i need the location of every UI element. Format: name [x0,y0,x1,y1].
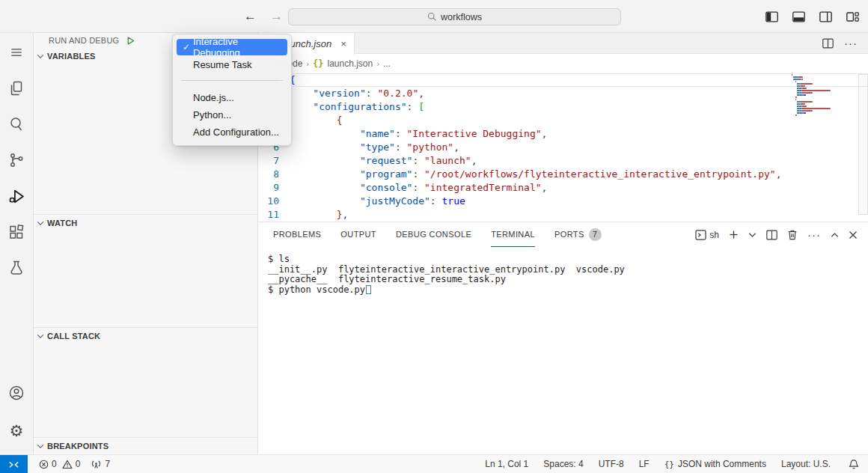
sidebar-section-breakpoints: BREAKPOINTS [34,437,257,454]
status-item-json-with-comments[interactable]: {}JSON with Comments [660,456,771,472]
editor-scrollbar[interactable] [858,74,868,215]
nav-back-icon[interactable]: ← [244,9,257,24]
start-debugging-icon[interactable] [125,35,135,46]
minimap-line [792,112,858,114]
panel-tab-problems[interactable]: PROBLEMS [273,222,321,247]
ports-badge: 7 [589,228,602,241]
status-item-spaces-4[interactable]: Spaces: 4 [539,456,587,472]
panel-tab-debug-console[interactable]: DEBUG CONSOLE [396,222,471,247]
ports-status[interactable]: 7 [87,456,114,472]
panel-more-actions-icon[interactable]: ··· [807,228,821,241]
line-number: 9 [258,181,290,195]
status-item-utf-8[interactable]: UTF-8 [594,456,629,472]
run-and-debug-icon[interactable] [4,183,29,210]
code-line-2[interactable]: 2 "version": "0.2.0", [258,87,868,100]
problems-status[interactable]: 0 0 [35,456,84,472]
menu-item-interactive-debugging[interactable]: ✓Interactive Debugging [177,39,287,55]
code-line-9[interactable]: 9 "console": "integratedTerminal", [258,181,868,195]
code-text: "type": "python", [290,141,459,154]
customize-layout-icon[interactable] [844,8,861,25]
toggle-primary-sidebar-icon[interactable] [763,8,780,25]
line-number: 8 [258,168,290,181]
code-line-3[interactable]: 3 "configurations": [ [258,100,868,114]
section-header-breakpoints[interactable]: BREAKPOINTS [34,438,257,454]
code-line-7[interactable]: 7 "request": "launch", [258,154,868,168]
account-icon[interactable] [4,379,29,406]
menu-item-node-js[interactable]: ✓Node.js... [177,89,287,106]
editor-more-actions-icon[interactable]: ··· [844,37,858,49]
code-line-8[interactable]: 8 "program": "/root/workflows/flyteinter… [258,168,868,181]
code-line-11[interactable]: 11 }, [258,208,868,222]
status-item-label: UTF-8 [599,459,624,469]
chevron-down-icon [37,444,44,449]
panel-tab-output[interactable]: OUTPUT [340,222,376,247]
code-line-5[interactable]: 5 "name": "Interactive Debugging", [258,127,868,141]
error-count: 0 [52,459,57,469]
menu-item-label: Node.js... [193,92,234,103]
sidebar-section-watch: WATCH [34,214,257,327]
code-line-4[interactable]: 4 { [258,114,868,127]
minimap-line [792,81,858,82]
panel-tab-terminal[interactable]: TERMINAL [491,222,535,247]
editor-group: {} launch.json × ··· .vscode›{}launch.js… [258,33,868,454]
tab-close-icon[interactable]: × [340,38,346,49]
status-item-lf[interactable]: LF [635,456,654,472]
new-terminal-icon[interactable] [729,230,739,239]
panel-tab-label: OUTPUT [340,230,376,239]
section-label: BREAKPOINTS [47,442,109,451]
source-control-icon[interactable] [4,147,29,174]
code-line-10[interactable]: 10 "justMyCode": true [258,195,868,208]
code-line-1[interactable]: 1{ [258,73,868,87]
terminal-launch-chevron-icon[interactable] [748,232,757,238]
split-terminal-icon[interactable] [766,230,777,240]
explorer-icon[interactable] [4,75,29,102]
nav-forward-icon[interactable]: → [270,9,283,24]
section-header-watch[interactable]: WATCH [34,215,257,231]
section-header-call-stack[interactable]: CALL STACK [34,328,257,344]
braces-icon: {} [664,460,674,469]
code-text: "name": "Interactive Debugging", [290,127,547,141]
testing-icon[interactable] [4,254,29,281]
minimap-line [792,108,858,109]
chevron-down-icon [37,334,44,339]
toggle-secondary-sidebar-icon[interactable] [817,8,834,25]
chevron-down-icon [37,54,44,59]
minimap-line [792,97,858,98]
breadcrumb-item[interactable]: ... [383,58,391,69]
menu-item-python[interactable]: ✓Python... [177,106,287,123]
minimap[interactable] [792,74,858,117]
minimap-line [792,85,858,87]
terminal-output[interactable]: $ ls__init__.py flyteinteractive_interac… [258,247,868,454]
notifications-bell-icon[interactable] [844,456,864,472]
minimap-line [792,115,858,116]
maximize-panel-icon[interactable] [831,232,839,238]
menu-item-resume-task[interactable]: ✓Resume Task [177,56,287,73]
command-center-search[interactable]: workflows [288,8,621,25]
menu-item-add-configuration[interactable]: ✓Add Configuration... [177,123,287,140]
code-editor[interactable]: 1{2 "version": "0.2.0",3 "configurations… [258,73,868,222]
menu-item-label: Resume Task [193,59,252,70]
toggle-panel-icon[interactable] [790,8,807,25]
search-view-icon[interactable] [4,111,29,138]
code-line-6[interactable]: 6 "type": "python", [258,141,868,154]
minimap-line [792,106,858,107]
code-text: "justMyCode": true [290,195,465,208]
extensions-icon[interactable] [4,219,29,245]
settings-gear-icon[interactable]: ⚙ [4,417,29,444]
split-editor-icon[interactable] [822,38,834,49]
search-value: workflows [441,12,482,22]
shell-label: sh [709,230,719,240]
terminal-shell-button[interactable]: sh [695,230,719,240]
section-label: CALL STACK [47,332,100,341]
bottom-panel: PROBLEMSOUTPUTDEBUG CONSOLETERMINALPORTS… [258,222,868,454]
close-panel-icon[interactable] [849,231,858,239]
minimap-line [792,90,858,91]
remote-indicator[interactable] [0,455,28,473]
panel-tab-label: TERMINAL [491,230,535,239]
menu-icon[interactable] [4,39,29,66]
status-item-ln-1-col-1[interactable]: Ln 1, Col 1 [480,456,533,472]
breadcrumb-item[interactable]: launch.json [327,58,373,69]
status-item-layout-u-s[interactable]: Layout: U.S. [777,456,835,472]
panel-tab-ports[interactable]: PORTS7 [554,222,602,247]
kill-terminal-trash-icon[interactable] [787,229,798,240]
